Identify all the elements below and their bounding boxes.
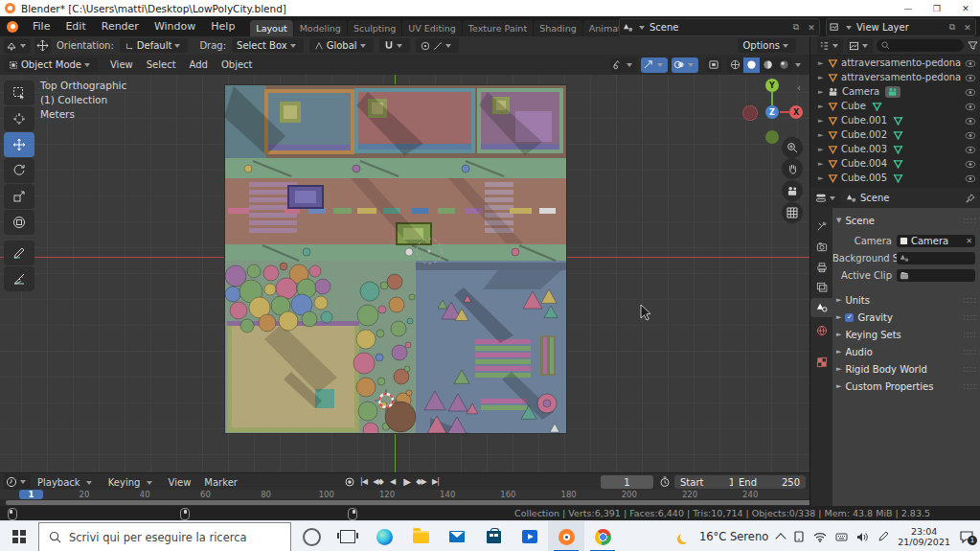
outliner-item-Cube.003[interactable]: ►Cube.003 — [810, 142, 980, 156]
zoom-button[interactable] — [782, 137, 803, 158]
pin-icon[interactable] — [966, 194, 975, 203]
new-scene-button[interactable]: ⧉ — [788, 22, 804, 33]
hide-eye-icon[interactable] — [965, 103, 976, 111]
object-name[interactable]: Cube.003 — [841, 144, 887, 154]
cursor-tool[interactable] — [4, 106, 34, 131]
wifi-icon[interactable] — [813, 532, 827, 542]
scale-tool[interactable] — [4, 184, 34, 209]
jump-to-end-button[interactable]: ▶| — [429, 475, 442, 488]
object-name[interactable]: Cube.002 — [841, 129, 887, 140]
annotate-tool[interactable] — [4, 241, 34, 265]
hide-eye-icon[interactable] — [965, 117, 976, 126]
properties-tab-scene[interactable] — [810, 298, 832, 317]
properties-tab-tool[interactable] — [810, 217, 832, 236]
orthographic-grid-button[interactable] — [782, 202, 803, 223]
outliner-item-Cube.004[interactable]: ►Cube.004 — [810, 156, 980, 171]
viewport-menu-object[interactable]: Object — [215, 59, 260, 70]
mesh-data-icon[interactable] — [893, 116, 903, 126]
select-box-tool[interactable] — [4, 80, 34, 105]
shading-solid-button[interactable] — [743, 57, 760, 73]
active-clip-field[interactable] — [897, 269, 975, 282]
object-visibility-dropdown[interactable] — [610, 57, 637, 73]
properties-tab-world[interactable] — [810, 321, 832, 340]
outliner-item-attraversamento-pedona[interactable]: ►attraversamento-pedona — [810, 70, 980, 84]
timeline-editor-type-button[interactable] — [4, 474, 31, 490]
expand-arrow-icon[interactable]: ► — [818, 174, 828, 182]
workspace-tab-shading[interactable]: Shading — [534, 20, 582, 36]
mode-dropdown[interactable]: Object Mode — [4, 57, 98, 72]
filter-funnel-icon[interactable] — [968, 41, 978, 51]
proportional-editing-toggle[interactable] — [416, 38, 459, 53]
unlink-scene-button[interactable]: ✕ — [804, 23, 819, 33]
new-view-layer-button[interactable]: ⧉ — [945, 22, 960, 33]
viewport-menu-add[interactable]: Add — [183, 59, 215, 70]
taskbar-app-task-view[interactable] — [330, 521, 366, 551]
camera-view-button[interactable] — [782, 180, 803, 201]
object-name[interactable]: attraversamento-pedona — [841, 72, 961, 82]
taskbar-search-input[interactable]: Scrivi qui per eseguire la ricerca — [38, 522, 291, 551]
taskbar-app-file-explorer[interactable] — [402, 521, 439, 551]
viewport-3d[interactable]: Top Orthographic (1) Collection Meters Y… — [0, 75, 809, 472]
menu-file[interactable]: File — [25, 20, 57, 33]
overlays-dropdown[interactable] — [672, 57, 698, 73]
timeline-scrollbar-thumb[interactable] — [6, 500, 927, 505]
workspace-tab-sculpting[interactable]: Sculpting — [348, 20, 401, 36]
tablet-icon[interactable] — [793, 531, 805, 542]
shading-dropdown[interactable] — [795, 63, 801, 67]
minimize-button[interactable]: — — [894, 0, 923, 16]
gizmo-x-axis[interactable]: X — [789, 105, 803, 119]
workspace-tab-layout[interactable]: Layout — [250, 20, 292, 36]
gravity-checkbox[interactable]: ✓ — [845, 313, 854, 322]
gizmo-z-axis[interactable]: Z — [765, 105, 779, 119]
mesh-data-icon[interactable] — [893, 159, 903, 169]
object-name[interactable]: Cube — [841, 101, 866, 111]
timeline-menu-view[interactable]: View — [162, 477, 198, 488]
outliner-item-Camera[interactable]: ►Camera — [810, 84, 980, 99]
properties-tab-render[interactable] — [810, 238, 832, 257]
camera-field[interactable]: Camera ✕ — [897, 235, 975, 247]
panel-gravity[interactable]: ►✓Gravity:::: — [832, 310, 980, 325]
expand-arrow-icon[interactable]: ► — [818, 131, 828, 139]
current-frame-marker[interactable]: 1 — [19, 490, 43, 499]
pen-icon[interactable] — [877, 531, 889, 542]
taskbar-app-edge[interactable] — [366, 521, 402, 551]
orientation-dropdown[interactable]: Default — [120, 38, 189, 53]
expand-arrow-icon[interactable]: ► — [818, 59, 828, 67]
taskbar-app-movies-tv[interactable] — [512, 521, 548, 551]
timeline-menu-keying[interactable]: Keying — [102, 477, 162, 488]
view-layer-selector[interactable]: View Layer ⧉ ✕ — [826, 18, 976, 36]
expand-arrow-icon[interactable]: ► — [818, 146, 828, 153]
panel-units[interactable]: ►Units:::: — [832, 292, 980, 308]
sidebar-toggle[interactable]: ‹ — [797, 82, 801, 93]
mesh-data-icon[interactable] — [872, 102, 882, 111]
shading-rendered-button[interactable] — [776, 57, 792, 73]
snap-toggle[interactable] — [379, 38, 410, 53]
maximize-button[interactable]: ❐ — [923, 0, 951, 16]
timeline-menu-playback[interactable]: Playback — [31, 477, 102, 488]
rotate-tool[interactable] — [4, 158, 34, 183]
timeline-ruler[interactable]: 1 20406080100120140160180200220240 — [0, 490, 809, 499]
taskbar-app-blender[interactable] — [548, 521, 584, 551]
workspace-tab-texture-paint[interactable]: Texture Paint — [463, 20, 533, 36]
current-frame-field[interactable]: 1 — [601, 475, 653, 489]
properties-editor-type-button[interactable] — [813, 191, 840, 206]
prev-keyframe-button[interactable]: ◀◆ — [372, 475, 384, 488]
shading-material-button[interactable] — [760, 57, 776, 73]
outliner-search-input[interactable] — [877, 39, 964, 52]
keyboard-layout-icon[interactable] — [835, 532, 848, 542]
workspace-tab-uv-editing[interactable]: UV Editing — [402, 20, 462, 36]
xray-toggle[interactable] — [706, 57, 721, 73]
hide-eye-icon[interactable] — [965, 74, 976, 82]
object-name[interactable]: Camera — [842, 86, 879, 97]
properties-tab-view-layer[interactable] — [810, 278, 832, 297]
expand-arrow-icon[interactable]: ► — [818, 88, 828, 96]
blender-app-menu[interactable] — [0, 21, 25, 33]
outliner-item-attraversamento-pedona[interactable]: ►attraversamento-pedona — [810, 56, 980, 70]
panel-keying-sets[interactable]: ►Keying Sets:::: — [832, 327, 980, 342]
notifications-icon[interactable]: 1 — [959, 530, 974, 543]
workspace-tab-modeling[interactable]: Modeling — [294, 20, 347, 36]
menu-help[interactable]: Help — [203, 20, 242, 33]
outliner-item-Cube.001[interactable]: ►Cube.001 — [810, 113, 980, 127]
start-button[interactable] — [0, 521, 38, 551]
close-button[interactable]: ✕ — [951, 0, 980, 16]
